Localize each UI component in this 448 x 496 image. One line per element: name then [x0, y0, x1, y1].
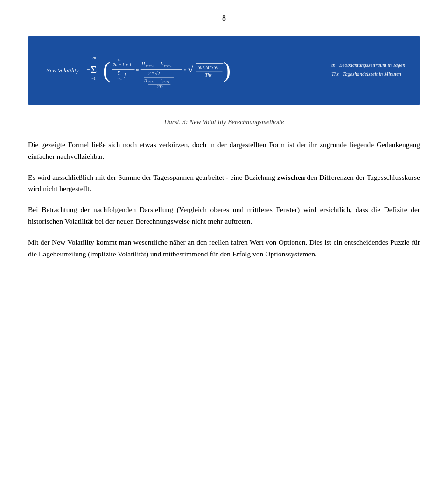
svg-text:*: *: [184, 67, 187, 74]
paragraph-1: Die gezeigte Formel ließe sich noch etwa…: [28, 139, 420, 163]
svg-text:H: H: [141, 61, 146, 66]
svg-text:*: *: [136, 67, 139, 74]
svg-text:Σ: Σ: [91, 64, 97, 76]
svg-text:=: =: [86, 66, 90, 74]
svg-text:i=1: i=1: [91, 77, 96, 81]
svg-text:t−i+1: t−i+1: [146, 64, 154, 68]
paragraph-2-start: Es wird ausschließlich mit der Summe der…: [28, 173, 277, 181]
svg-text:− L: − L: [156, 61, 163, 66]
svg-text:t−i+1: t−i+1: [164, 64, 172, 68]
svg-text:2 * √2: 2 * √2: [148, 71, 160, 76]
paragraph-2: Es wird ausschließlich mit der Summe der…: [28, 172, 420, 195]
svg-text:H: H: [144, 78, 147, 83]
paragraph-1-text: Die gezeigte Formel ließe sich noch etwa…: [28, 141, 420, 160]
svg-text:Σ: Σ: [117, 70, 120, 77]
page-container: 8 New Volatility = 2n Σ i=1 ( 2n − i + 1…: [0, 0, 448, 496]
svg-text:j=1: j=1: [117, 77, 122, 81]
svg-text:(: (: [103, 58, 111, 83]
svg-text:+ L: + L: [156, 78, 162, 83]
svg-text:√: √: [188, 64, 193, 74]
svg-text:): ): [223, 58, 231, 83]
formula-svg: New Volatility = 2n Σ i=1 ( 2n − i + 1 2…: [42, 50, 322, 92]
svg-text:2n − i + 1: 2n − i + 1: [113, 62, 132, 67]
svg-text:Thz: Thz: [205, 72, 211, 78]
svg-text:2n: 2n: [92, 56, 96, 60]
svg-text:t−i+1: t−i+1: [148, 80, 155, 83]
paragraph-4-text: Mit der New Volatility kommt man wesentl…: [28, 238, 420, 258]
svg-text:New Volatility: New Volatility: [46, 67, 79, 74]
paragraph-3: Bei Betrachtung der nachfolgenden Darste…: [28, 204, 420, 227]
svg-text:200: 200: [156, 85, 163, 89]
paragraph-2-bold: zwischen: [277, 173, 305, 181]
formula-box: New Volatility = 2n Σ i=1 ( 2n − i + 1 2…: [28, 36, 420, 105]
page-number: 8: [222, 14, 226, 22]
svg-text:2n: 2n: [117, 58, 121, 62]
svg-text:t−i+1: t−i+1: [163, 80, 170, 83]
legend-tn: tn Beobachtungszeitraum in Tagen: [331, 62, 406, 69]
legend-thz: Thz Tageshandelszeit in Minuten: [331, 71, 406, 78]
paragraph-4: Mit der New Volatility kommt man wesentl…: [28, 237, 420, 260]
paragraph-3-text: Bei Betrachtung der nachfolgenden Darste…: [28, 205, 420, 225]
svg-text:60*24*365: 60*24*365: [198, 65, 218, 70]
formula-legend: tn Beobachtungszeitraum in Tagen Thz Tag…: [331, 62, 406, 80]
formula-caption: Darst. 3: New Volatility Berechnungsmeth…: [164, 119, 284, 126]
svg-text:j: j: [123, 72, 126, 78]
